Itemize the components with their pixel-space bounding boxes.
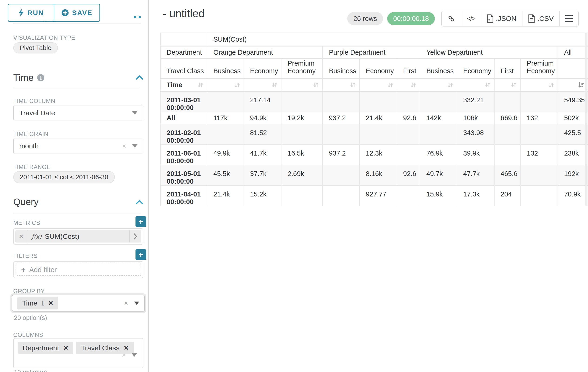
group-by-chip[interactable]: Time i ✕ [17,297,58,309]
sort-header-cell[interactable] [244,79,282,91]
remove-chip-icon[interactable]: ✕ [63,344,69,352]
pivot-cell [420,124,457,145]
pivot-cell: 41.7k [244,145,282,165]
clear-icon[interactable]: × [124,300,128,307]
pivot-cell [323,124,359,145]
drag-handle-dot [134,16,136,18]
time-range-chip[interactable]: 2011-01-01 ≤ col < 2011-06-30 [13,171,115,183]
caret-down-icon [134,302,139,305]
pivot-cell: 937.2 [323,145,359,165]
pivot-cell [520,165,558,186]
sort-header-cell[interactable] [281,79,323,91]
panel-divider[interactable] [148,0,149,372]
share-link-button[interactable] [442,11,461,26]
columns-chip[interactable]: Department ✕ [18,342,73,354]
remove-chip-icon[interactable]: ✕ [124,344,129,352]
export-toolbar: </> ‹› .JSON .CSV [441,11,579,27]
link-icon [447,15,455,22]
pivot-cell: 17.3k [457,186,494,206]
travel-class-header: Business [420,59,457,79]
export-json-button[interactable]: ‹› .JSON [481,11,522,26]
query-section-heading[interactable]: Query [13,197,39,207]
travel-class-header: Premium Economy [281,59,323,79]
plus-circle-icon [61,9,69,17]
sort-header-cell[interactable] [323,79,359,91]
export-json-label: .JSON [496,15,516,22]
group-by-select[interactable]: Time i ✕ × [12,295,145,312]
clear-icon[interactable]: × [122,351,126,359]
pivot-cell: 106k [457,112,494,124]
clear-icon[interactable]: × [122,142,126,149]
time-range-label: TIME RANGE [13,164,51,170]
pivot-cell [494,145,521,165]
query-section-label: Query [13,197,39,207]
remove-chip-icon[interactable]: ✕ [48,299,53,307]
pivot-data-row: 2011-03-01 00:00:00217.14332.21549.35 [160,91,588,112]
menu-button[interactable] [559,11,578,26]
time-grain-select[interactable]: month × [13,138,143,153]
pivot-cell: 45.5k [207,165,244,186]
sort-icon [349,81,357,89]
chevron-up-icon[interactable] [136,200,143,205]
sort-header-cell[interactable] [520,79,558,91]
pivot-cell: 465.6 [494,165,521,186]
sort-header-cell[interactable] [207,79,244,91]
pivot-cell: 425.5 [558,124,588,145]
pivot-cell: 927.77 [359,186,397,206]
add-filter-plus-button[interactable]: + [136,249,146,260]
add-filter-label: Add filter [29,266,57,274]
save-button[interactable]: SAVE [54,4,100,21]
pivot-cell: 49.7k [420,165,457,186]
remove-metric-icon[interactable]: ✕ [15,230,27,243]
pivot-cell [420,91,457,112]
sort-icon [312,81,320,89]
chevron-right-icon[interactable] [129,230,141,243]
sort-icon [271,81,278,89]
sort-header-cell[interactable] [397,79,420,91]
export-csv-button[interactable]: .CSV [522,11,559,26]
columns-select[interactable]: Department ✕ Travel Class ✕ × [13,338,143,368]
pivot-cell: 502k [558,112,588,124]
pivot-data-row: All117k94.9k19.2k937.221.4k92.6142k106k6… [160,112,588,124]
lightning-icon [18,9,24,17]
pivot-cell [397,186,420,206]
pivot-cell: 343.98 [457,124,494,145]
pivot-cell: 132 [520,145,558,165]
save-button-label: SAVE [72,9,92,17]
metric-pill[interactable]: ✕ ƒ(x) SUM(Cost) [15,230,141,243]
query-timer-badge: 00:00:00.18 [387,12,435,25]
sort-icon [197,81,204,89]
group-by-options-note: 20 option(s) [14,314,47,321]
sort-icon [547,81,555,89]
fx-icon: ƒ(x) [32,233,42,240]
chevron-up-icon[interactable] [136,75,143,80]
pivot-cell [397,124,420,145]
pivot-cell: 2.69k [281,165,323,186]
sort-icon [447,81,454,89]
run-button[interactable]: RUN [8,4,54,21]
time-column-select[interactable]: Travel Date [13,106,143,120]
sort-header-cell[interactable] [494,79,521,91]
travel-class-header: Premium Economy [520,59,558,79]
pivot-cell: 81.52 [244,124,282,145]
run-button-label: RUN [27,9,44,17]
visualization-type-chip[interactable]: Pivot Table [13,42,58,53]
pivot-data-row: 2011-06-01 00:00:0049.9k41.7k16.5k937.21… [160,145,588,165]
pivot-row-label: All [160,112,207,124]
vertical-scrollbar[interactable] [585,32,587,206]
time-sort-header-cell[interactable]: Time [160,79,207,91]
pivot-cell: 49.9k [207,145,244,165]
chart-title[interactable]: - untitled [163,7,205,20]
sort-header-cell[interactable] [558,79,588,91]
sort-header-cell[interactable] [457,79,494,91]
add-metric-button[interactable]: + [136,216,146,227]
sort-icon [234,81,241,89]
sort-icon [510,81,517,89]
time-section-heading[interactable]: Time i [13,73,44,83]
view-query-button[interactable]: </> [461,11,480,26]
add-filter-button[interactable]: + Add filter [16,264,141,276]
pivot-row-label: 2011-04-01 00:00:00 [160,186,207,206]
sort-header-cell[interactable] [420,79,457,91]
sort-header-cell[interactable] [359,79,397,91]
pivot-table-container: SUM(Cost) DepartmentOrange DepartmentPur… [160,32,588,206]
